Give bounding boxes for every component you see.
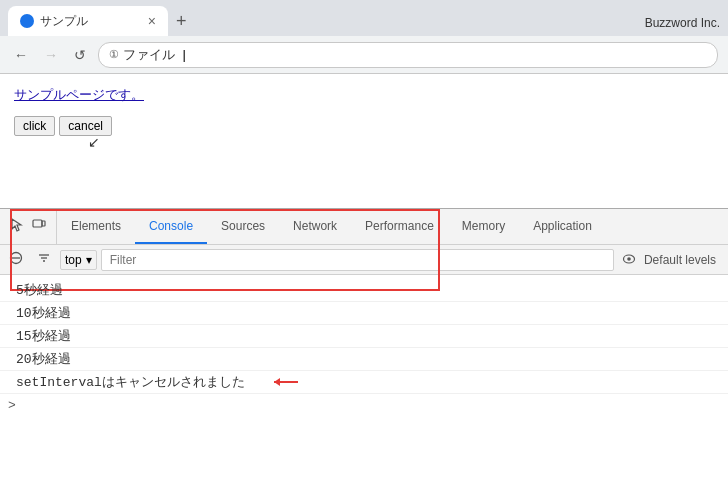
svg-point-9	[627, 257, 631, 261]
svg-rect-2	[42, 221, 45, 226]
device-icon	[32, 218, 46, 232]
cursor-indicator: ↙	[88, 134, 100, 150]
tab-favicon	[20, 14, 34, 28]
forward-button[interactable]: →	[40, 45, 62, 65]
tab-memory[interactable]: Memory	[448, 209, 519, 244]
address-bar: ← → ↺ ① ファイル |	[0, 36, 728, 74]
svg-marker-0	[12, 219, 21, 231]
tab-bar: サンプル × + Buzzword Inc.	[0, 0, 728, 36]
devtools-tab-bar: Elements Console Sources Network Perform…	[0, 209, 728, 245]
console-line: 20秒経過	[0, 348, 728, 371]
url-text: ファイル	[123, 46, 175, 64]
filter-toggle-button[interactable]	[32, 248, 56, 271]
clear-icon	[9, 251, 23, 265]
back-button[interactable]: ←	[10, 45, 32, 65]
context-selector[interactable]: top ▾	[60, 250, 97, 270]
browser-chrome: サンプル × + Buzzword Inc. ← → ↺ ① ファイル |	[0, 0, 728, 74]
inspect-element-button[interactable]	[8, 216, 26, 237]
default-levels-label: Default levels	[644, 253, 724, 267]
url-bar[interactable]: ① ファイル |	[98, 42, 718, 68]
tab-sources[interactable]: Sources	[207, 209, 279, 244]
tab-bar-left: サンプル × +	[8, 6, 195, 36]
click-button[interactable]: click	[14, 116, 55, 136]
svg-rect-1	[33, 220, 42, 227]
filter-input[interactable]	[101, 249, 614, 271]
new-tab-button[interactable]: +	[168, 9, 195, 34]
tab-console[interactable]: Console	[135, 209, 207, 244]
refresh-button[interactable]: ↺	[70, 45, 90, 65]
devtools-toolbar: top ▾ Default levels	[0, 245, 728, 275]
browser-tab[interactable]: サンプル ×	[8, 6, 168, 36]
eye-icon	[622, 253, 636, 265]
devtools-panel: Elements Console Sources Network Perform…	[0, 208, 728, 421]
chevron-down-icon: ▾	[86, 253, 92, 267]
console-line: 15秒経過	[0, 325, 728, 348]
site-name: Buzzword Inc.	[645, 16, 720, 36]
sample-page-text: サンプルページです。	[14, 86, 714, 104]
console-line: 5秒経過	[0, 279, 728, 302]
tab-application[interactable]: Application	[519, 209, 606, 244]
tab-close-button[interactable]: ×	[148, 14, 156, 28]
cancel-button[interactable]: cancel	[59, 116, 112, 136]
page-buttons-area: click cancel ↙	[14, 116, 714, 136]
cursor-icon	[10, 218, 24, 232]
tab-performance[interactable]: Performance	[351, 209, 448, 244]
filter-icon	[37, 251, 51, 265]
url-info-icon: ①	[109, 48, 119, 61]
context-value: top	[65, 253, 82, 267]
console-line: 10秒経過	[0, 302, 728, 325]
devtools-icons-area	[0, 209, 57, 244]
tab-title: サンプル	[40, 13, 142, 30]
url-separator: |	[179, 47, 186, 62]
page-content: サンプルページです。 click cancel ↙	[0, 74, 728, 208]
device-toggle-button[interactable]	[30, 216, 48, 237]
console-prompt[interactable]: >	[0, 394, 728, 417]
console-output: 5秒経過 10秒経過 15秒経過 20秒経過 setIntervalはキャンセル…	[0, 275, 728, 421]
console-line-cancel: setIntervalはキャンセルされました	[0, 371, 728, 394]
clear-console-button[interactable]	[4, 248, 28, 271]
svg-marker-11	[274, 378, 280, 386]
prompt-symbol: >	[8, 398, 16, 413]
tab-elements[interactable]: Elements	[57, 209, 135, 244]
red-arrow-icon	[270, 374, 300, 390]
tab-network[interactable]: Network	[279, 209, 351, 244]
eye-button[interactable]	[618, 250, 640, 270]
